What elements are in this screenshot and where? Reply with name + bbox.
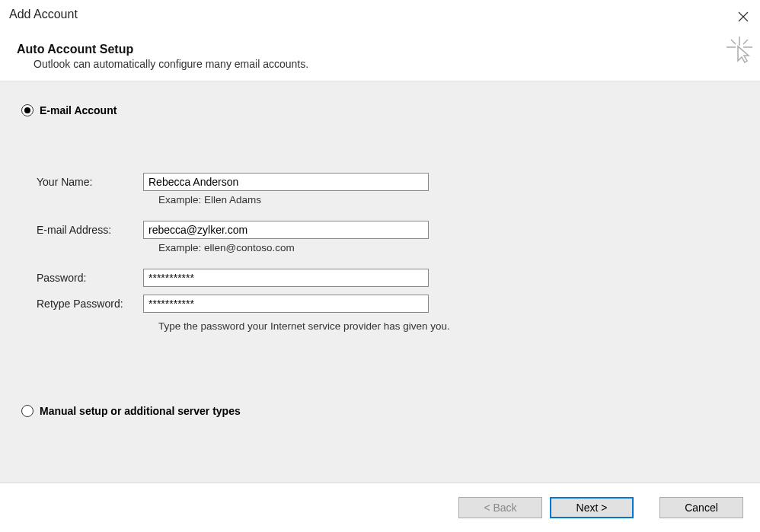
- dialog-header: Auto Account Setup Outlook can automatic…: [0, 30, 760, 81]
- back-button: < Back: [458, 497, 542, 518]
- radio-manual-setup[interactable]: Manual setup or additional server types: [21, 405, 739, 417]
- next-button[interactable]: Next >: [550, 497, 634, 518]
- name-label: Your Name:: [37, 176, 143, 188]
- name-hint: Example: Ellen Adams: [158, 194, 739, 205]
- radio-manual-setup-button[interactable]: [21, 405, 34, 417]
- email-input[interactable]: [143, 221, 429, 239]
- retype-password-label: Retype Password:: [37, 298, 143, 310]
- form-section: Your Name: Example: Ellen Adams E-mail A…: [37, 173, 739, 332]
- name-input[interactable]: [143, 173, 429, 191]
- svg-line-6: [743, 40, 748, 44]
- radio-email-account-button[interactable]: [21, 104, 34, 116]
- radio-selected-indicator: [24, 107, 30, 113]
- name-row: Your Name:: [37, 173, 739, 191]
- radio-email-account[interactable]: E-mail Account: [21, 104, 739, 116]
- close-button[interactable]: [734, 8, 752, 26]
- button-spacer: [641, 497, 652, 518]
- dialog-footer: < Back Next > Cancel: [0, 483, 760, 532]
- password-label: Password:: [37, 272, 143, 284]
- email-hint: Example: ellen@contoso.com: [158, 242, 739, 253]
- retype-password-input[interactable]: [143, 295, 429, 313]
- radio-manual-setup-label: Manual setup or additional server types: [40, 405, 241, 417]
- close-icon: [738, 11, 749, 22]
- header-description: Outlook can automatically configure many…: [34, 58, 751, 70]
- titlebar: Add Account: [0, 0, 760, 30]
- window-title: Add Account: [8, 8, 78, 21]
- password-hint: Type the password your Internet service …: [158, 320, 739, 332]
- email-row: E-mail Address:: [37, 221, 739, 239]
- cancel-button[interactable]: Cancel: [659, 497, 743, 518]
- svg-line-5: [731, 40, 736, 44]
- add-account-dialog: Add Account Auto Account Setup Outlook c…: [0, 0, 760, 532]
- password-input[interactable]: [143, 269, 429, 287]
- password-row: Password:: [37, 269, 739, 287]
- dialog-content: E-mail Account Your Name: Example: Ellen…: [0, 81, 760, 483]
- header-title: Auto Account Setup: [17, 43, 751, 56]
- email-label: E-mail Address:: [37, 224, 143, 236]
- cursor-sparkle-icon: [725, 35, 754, 66]
- radio-email-account-label: E-mail Account: [40, 104, 117, 116]
- retype-password-row: Retype Password:: [37, 295, 739, 313]
